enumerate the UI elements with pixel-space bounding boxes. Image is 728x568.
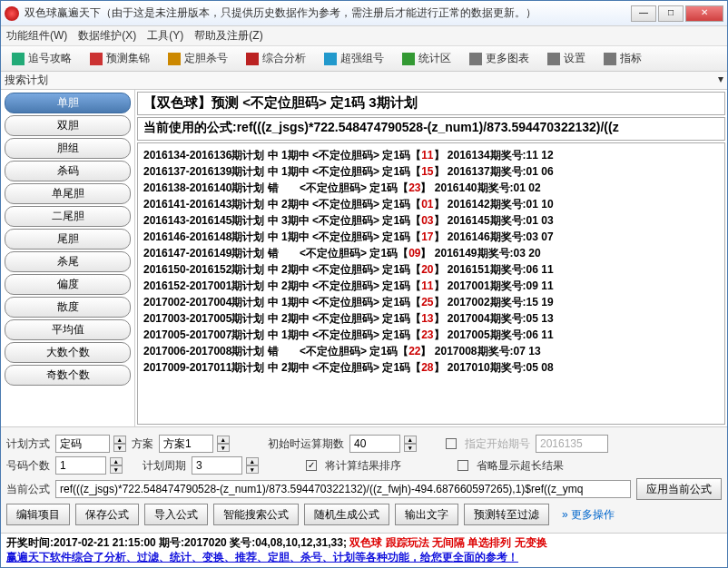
titlebar: 双色球赢遍天下（由于这是未注册版本，只提供历史数据作为参考，需注册后才能进行正常…: [1, 1, 727, 26]
more-actions-link[interactable]: » 更多操作: [562, 507, 615, 523]
start-issue-label: 指定开始期号: [465, 436, 530, 452]
status-promo-text: 赢遍天下软件综合了分析、过滤、统计、变换、推荐、定胆、杀号、计划等各种功能，给您…: [6, 550, 722, 564]
number-count-label: 号码个数: [6, 458, 50, 474]
toolbar-icon: [469, 53, 482, 65]
sidebar-item-杀码[interactable]: 杀码: [5, 161, 131, 181]
maximize-button[interactable]: □: [658, 5, 684, 22]
result-row: 2016141-2016143期计划 中 2期中 <不定位胆码> 定1码【01】…: [143, 196, 719, 212]
sidebar-item-大数个数[interactable]: 大数个数: [5, 342, 131, 363]
menubar: 功能组件(W)数据维护(X)工具(Y)帮助及注册(Z): [1, 26, 727, 46]
toolbar-icon: [168, 53, 181, 65]
action-导入公式[interactable]: 导入公式: [144, 504, 208, 525]
app-icon: [5, 6, 19, 21]
sidebar-item-尾胆[interactable]: 尾胆: [5, 229, 131, 250]
sidebar-item-偏度[interactable]: 偏度: [5, 274, 131, 295]
sort-result-label: 将计算结果排序: [325, 458, 401, 474]
toolbar-追号攻略[interactable]: 追号攻略: [5, 49, 79, 68]
scheme-label: 方案: [132, 436, 153, 452]
number-count-input[interactable]: [55, 456, 106, 475]
sidebar-item-单尾胆[interactable]: 单尾胆: [5, 183, 131, 204]
sidebar-item-奇数个数[interactable]: 奇数个数: [5, 365, 131, 386]
plan-period-label: 计划周期: [143, 458, 186, 474]
window-title: 双色球赢遍天下（由于这是未注册版本，只提供历史数据作为参考，需注册后才能进行正常…: [25, 5, 631, 21]
brief-result-label: 省略显示超长结果: [477, 458, 564, 474]
toolbar-icon: [604, 53, 616, 65]
status-draw-info: 开奖时间:2017-02-21 21:15:00 期号:2017020 奖号:0…: [6, 536, 347, 549]
result-row: 2017002-2017004期计划 中 1期中 <不定位胆码> 定1码【25】…: [143, 294, 719, 310]
sidebar-item-平均值[interactable]: 平均值: [5, 319, 131, 340]
close-button[interactable]: ✕: [685, 5, 723, 22]
result-row: 2016146-2016148期计划 中 1期中 <不定位胆码> 定1码【17】…: [143, 229, 719, 245]
apply-formula-button[interactable]: 应用当前公式: [636, 478, 722, 500]
result-row: 2016152-2017001期计划 中 2期中 <不定位胆码> 定1码【11】…: [143, 278, 719, 294]
toolbar-icon: [402, 53, 415, 65]
scheme-select[interactable]: [159, 435, 213, 453]
result-row: 2016147-2016149期计划 错 <不定位胆码> 定1码【09】 201…: [143, 245, 719, 261]
sidebar: 单胆双胆胆组杀码单尾胆二尾胆尾胆杀尾偏度散度平均值大数个数奇数个数: [1, 90, 135, 426]
result-row: 2016138-2016140期计划 错 <不定位胆码> 定1码【23】 201…: [143, 180, 719, 196]
action-随机生成公式[interactable]: 随机生成公式: [304, 504, 389, 525]
sidebar-item-散度[interactable]: 散度: [5, 297, 131, 318]
sidebar-item-单胆[interactable]: 单胆: [5, 93, 131, 113]
toolbar-定胆杀号[interactable]: 定胆杀号: [161, 49, 235, 68]
toolbar-icon: [324, 53, 337, 65]
result-row: 2017005-2017007期计划 中 1期中 <不定位胆码> 定1码【23】…: [143, 327, 719, 343]
status-play-mode: 双色球 跟踪玩法 无间隔 单选排列 无变换: [349, 536, 546, 549]
start-calc-input[interactable]: [349, 435, 400, 453]
sidebar-item-杀尾[interactable]: 杀尾: [5, 251, 131, 272]
result-row: 2016143-2016145期计划 中 3期中 <不定位胆码> 定1码【03】…: [143, 212, 719, 229]
current-formula-label: 当前公式: [6, 482, 50, 497]
result-row: 2016137-2016139期计划 中 1期中 <不定位胆码> 定1码【15】…: [143, 163, 719, 180]
toolbar-指标[interactable]: 指标: [596, 49, 649, 68]
result-row: 2017006-2017008期计划 错 <不定位胆码> 定1码【22】 201…: [143, 343, 719, 359]
plan-mode-label: 计划方式: [6, 436, 50, 452]
result-list[interactable]: 2016134-2016136期计划 中 1期中 <不定位胆码> 定1码【11】…: [137, 142, 725, 425]
toolbar-icon: [12, 53, 25, 65]
result-row: 2016134-2016136期计划 中 1期中 <不定位胆码> 定1码【11】…: [143, 147, 719, 163]
sidebar-item-二尾胆[interactable]: 二尾胆: [5, 206, 131, 227]
bottom-panel: 计划方式 ▴▾ 方案 ▴▾ 初始时运算期数 ▴▾ 指定开始期号 号码个数 ▴▾ …: [1, 426, 727, 533]
menu-item[interactable]: 数据维护(X): [78, 28, 136, 44]
result-row: 2017009-2017011期计划 中 2期中 <不定位胆码> 定1码【28】…: [143, 359, 719, 376]
menu-item[interactable]: 工具(Y): [147, 28, 183, 44]
toolbar-icon: [90, 53, 103, 65]
plan-mode-select[interactable]: [55, 435, 110, 453]
statusbar: 开奖时间:2017-02-21 21:15:00 期号:2017020 奖号:0…: [1, 533, 727, 567]
current-formula-input[interactable]: [55, 480, 631, 498]
toolbar: 追号攻略预测集锦定胆杀号综合分析超强组号统计区更多图表设置指标: [1, 46, 727, 72]
menu-item[interactable]: 帮助及注册(Z): [194, 28, 262, 44]
action-预测转至过滤[interactable]: 预测转至过滤: [464, 504, 549, 525]
sidebar-item-胆组[interactable]: 胆组: [5, 138, 131, 159]
result-row: 2017003-2017005期计划 中 2期中 <不定位胆码> 定1码【13】…: [143, 310, 719, 327]
content-heading: 【双色球】预测 <不定位胆码> 定1码 3期计划: [137, 92, 725, 115]
sort-result-checkbox[interactable]: ✓: [306, 460, 317, 471]
action-智能搜索公式[interactable]: 智能搜索公式: [213, 504, 299, 525]
start-issue-checkbox[interactable]: [446, 438, 457, 449]
toolbar-设置[interactable]: 设置: [540, 49, 593, 68]
menu-item[interactable]: 功能组件(W): [6, 28, 67, 44]
result-row: 2016150-2016152期计划 中 2期中 <不定位胆码> 定1码【20】…: [143, 261, 719, 278]
start-issue-input[interactable]: [536, 435, 608, 453]
toolbar-icon: [246, 53, 259, 65]
dropdown-icon[interactable]: ▾: [718, 73, 723, 85]
action-编辑项目[interactable]: 编辑项目: [6, 504, 70, 525]
toolbar-超强组号[interactable]: 超强组号: [317, 49, 391, 68]
minimize-button[interactable]: —: [631, 5, 656, 22]
action-保存公式[interactable]: 保存公式: [75, 504, 139, 525]
toolbar-icon: [547, 53, 560, 65]
toolbar-统计区[interactable]: 统计区: [395, 49, 458, 68]
sidebar-item-双胆[interactable]: 双胆: [5, 115, 131, 136]
brief-result-checkbox[interactable]: [457, 460, 468, 471]
search-plan-bar[interactable]: 搜索计划 ▾: [1, 72, 727, 90]
plan-period-input[interactable]: [192, 456, 242, 475]
current-formula-display: 当前使用的公式:ref(((z_jsgs)*722.548474790528-(…: [137, 117, 725, 141]
search-plan-label: 搜索计划: [5, 73, 48, 86]
toolbar-综合分析[interactable]: 综合分析: [239, 49, 313, 68]
action-输出文字[interactable]: 输出文字: [395, 504, 458, 525]
toolbar-更多图表[interactable]: 更多图表: [462, 49, 536, 68]
toolbar-预测集锦[interactable]: 预测集锦: [83, 49, 157, 68]
start-calc-label: 初始时运算期数: [268, 436, 344, 452]
